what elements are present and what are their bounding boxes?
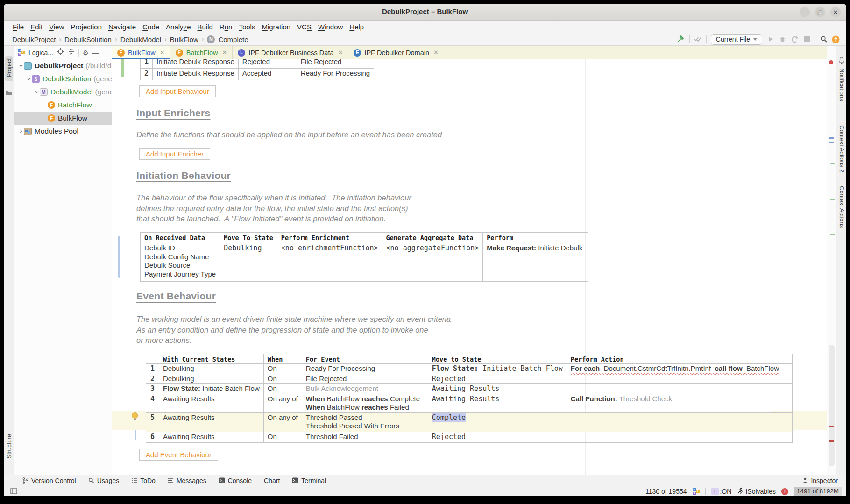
- tool-button-inspector[interactable]: Inspector: [802, 477, 838, 484]
- for-event-cell[interactable]: File Rejected: [302, 374, 428, 384]
- menu-item-migration[interactable]: Migration: [258, 23, 294, 31]
- tab-batchflow[interactable]: FBatchFlow✕: [170, 46, 233, 59]
- tool-button-todo[interactable]: ToDo: [131, 477, 156, 484]
- current-states-cell[interactable]: Awaiting Results: [159, 412, 264, 432]
- when-cell[interactable]: On: [263, 364, 302, 374]
- tree-item-debulksolution[interactable]: SDebulkSolution(gene: [14, 72, 112, 85]
- table-cell[interactable]: Rejected: [238, 59, 297, 69]
- menu-item-navigate[interactable]: Navigate: [105, 23, 139, 31]
- add-input-enricher-button[interactable]: Add Input Enricher: [139, 148, 210, 160]
- tool-button-version-control[interactable]: Version Control: [22, 477, 76, 484]
- when-cell[interactable]: On any of: [263, 394, 302, 412]
- perform-action-cell[interactable]: [567, 412, 792, 432]
- folder-icon[interactable]: [6, 89, 12, 97]
- build-hammer-icon[interactable]: [677, 35, 685, 43]
- breadcrumb-item-current[interactable]: Complete: [218, 35, 248, 43]
- move-to-state-cell[interactable]: Awaiting Results: [428, 394, 567, 412]
- tab-close-icon[interactable]: ✕: [338, 49, 343, 56]
- tool-button-messages[interactable]: Messages: [168, 477, 206, 484]
- tool-button-terminal[interactable]: Terminal: [292, 477, 326, 484]
- locate-icon[interactable]: [57, 48, 64, 57]
- tab-bulkflow[interactable]: FBulkFlow✕: [112, 46, 170, 59]
- tool-button-structure[interactable]: Structure: [6, 434, 13, 461]
- run-config-select[interactable]: Current File: [711, 34, 762, 45]
- for-event-cell[interactable]: Threshold Failed: [302, 432, 428, 442]
- when-cell[interactable]: On: [263, 432, 302, 442]
- tab-close-icon[interactable]: ✕: [433, 49, 439, 56]
- move-to-state-cell[interactable]: Awaiting Results: [428, 384, 567, 394]
- menu-item-run[interactable]: Run: [216, 23, 236, 31]
- tab-close-icon[interactable]: ✕: [222, 49, 227, 56]
- tool-button-notifications[interactable]: Notifications: [838, 68, 845, 101]
- for-event-cell[interactable]: Threshold PassedThreshold Passed With Er…: [302, 412, 428, 432]
- move-to-state-cell[interactable]: Rejected: [428, 432, 567, 442]
- collapse-all-icon[interactable]: [68, 48, 75, 57]
- tree-item-batchflow[interactable]: FBatchFlow: [14, 99, 112, 112]
- breadcrumb-item[interactable]: DebulkModel: [120, 35, 162, 43]
- tree-chevron-icon[interactable]: [18, 64, 24, 68]
- table-cell[interactable]: Ready For Processing: [297, 69, 374, 80]
- settings-gear-icon[interactable]: ⚙: [83, 49, 89, 57]
- layout-toggle-icon[interactable]: [10, 488, 17, 496]
- current-states-cell[interactable]: Debulking: [159, 374, 264, 384]
- received-data-cell[interactable]: Debulk IDDebulk Config NameDebulk Source…: [141, 243, 220, 282]
- for-event-cell[interactable]: When BatchFlow reaches CompleteWhen Batc…: [302, 394, 428, 412]
- menu-item-tools[interactable]: Tools: [235, 23, 258, 31]
- stop-icon[interactable]: [803, 35, 811, 43]
- perform-cell[interactable]: Make Request: Initiate Debulk: [483, 243, 588, 282]
- tool-button-chart[interactable]: Chart: [264, 477, 280, 484]
- perform-action-cell[interactable]: [567, 374, 792, 384]
- table-cell[interactable]: Accepted: [238, 69, 297, 80]
- menu-item-help[interactable]: Help: [346, 23, 367, 31]
- tree-item-debulkmodel[interactable]: MDebulkModel(gene: [14, 85, 112, 99]
- tree-chevron-icon[interactable]: [18, 129, 24, 134]
- tool-button-console[interactable]: Console: [219, 477, 252, 484]
- project-view-selector[interactable]: Logica...: [28, 49, 53, 57]
- error-count-icon[interactable]: !: [781, 488, 788, 495]
- notifications-bell-icon[interactable]: [838, 57, 845, 65]
- tab-ipf-debulker-business-data[interactable]: LIPF Debulker Business Data✕: [233, 46, 348, 59]
- breadcrumb-item[interactable]: DebulkProject: [12, 35, 56, 43]
- table-cell[interactable]: File Rejected: [297, 59, 374, 69]
- perform-action-cell[interactable]: [567, 432, 792, 442]
- enrichment-cell[interactable]: <no enrichmentFunction>: [277, 243, 382, 282]
- table-cell[interactable]: Initiate Debulk Response: [153, 59, 239, 69]
- tree-item-bulkflow[interactable]: FBulkFlow: [14, 112, 112, 125]
- breadcrumb-item[interactable]: BulkFlow: [170, 35, 198, 43]
- current-states-cell[interactable]: Awaiting Results: [159, 394, 264, 412]
- table-cell[interactable]: Initiate Debulk Response: [153, 69, 239, 80]
- tree-chevron-icon[interactable]: [26, 77, 32, 81]
- menu-item-analyze[interactable]: Analyze: [163, 23, 194, 31]
- maximize-icon[interactable]: ▢: [815, 7, 825, 17]
- perform-action-cell[interactable]: [567, 384, 792, 394]
- tool-button-project[interactable]: Project: [5, 56, 13, 81]
- double-check-icon[interactable]: [694, 35, 702, 43]
- tool-button-usages[interactable]: Usages: [88, 477, 119, 484]
- run-icon[interactable]: [766, 35, 774, 43]
- tab-ipf-debulker-domain[interactable]: EIPF Debulker Domain✕: [348, 46, 444, 59]
- tree-item-debulkproject[interactable]: DebulkProject(/build/de: [14, 59, 112, 72]
- for-event-cell[interactable]: Ready For Processing: [302, 364, 428, 374]
- search-everywhere-icon[interactable]: [820, 35, 828, 43]
- tree-chevron-icon[interactable]: [34, 90, 40, 94]
- memory-indicator[interactable]: 1491 of 8192M: [794, 487, 842, 496]
- add-event-behaviour-button[interactable]: Add Event Behaviour: [139, 449, 218, 461]
- move-to-state-cell[interactable]: Flow State: Initiate Batch Flow: [428, 364, 567, 374]
- perform-action-cell[interactable]: Call Function: Threshold Check: [567, 394, 792, 412]
- current-states-cell[interactable]: Debulking: [159, 364, 264, 374]
- update-icon[interactable]: [832, 35, 840, 43]
- tool-button-context-actions[interactable]: Context Actions: [838, 186, 845, 228]
- debug-icon[interactable]: [779, 35, 786, 43]
- menu-item-edit[interactable]: Edit: [27, 23, 46, 31]
- move-to-state-cell[interactable]: Debulking: [220, 243, 277, 282]
- scrollbar-thumb[interactable]: [829, 345, 835, 466]
- intention-bulb-icon[interactable]: [132, 412, 138, 419]
- when-cell[interactable]: On: [263, 384, 302, 394]
- minimize-icon[interactable]: –: [800, 7, 810, 17]
- hide-panel-icon[interactable]: —: [92, 49, 99, 57]
- menu-item-projection[interactable]: Projection: [67, 23, 105, 31]
- solvables-widget[interactable]: ISolvables: [737, 487, 776, 496]
- menu-item-view[interactable]: View: [46, 23, 67, 31]
- menu-item-code[interactable]: Code: [139, 23, 163, 31]
- move-to-state-cell[interactable]: Rejected: [428, 374, 567, 384]
